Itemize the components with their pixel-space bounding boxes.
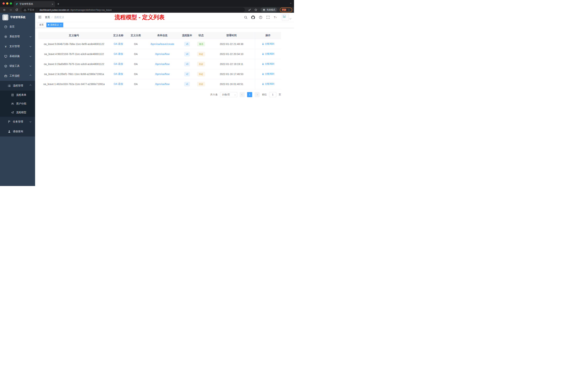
definition-name-link[interactable]: OA 请假 bbox=[114, 52, 123, 55]
sidebar-item-process-model[interactable]: 流程模型 bbox=[0, 108, 35, 117]
tab-close-icon[interactable]: × bbox=[52, 3, 53, 5]
page-annotation-title: 流程模型 - 定义列表 bbox=[115, 13, 165, 21]
assign-rule-button[interactable]: 分配规则 bbox=[262, 62, 274, 66]
sidebar-item-infrastructure[interactable]: 基础设施 bbox=[0, 51, 35, 61]
sidebar-item-home[interactable]: 首页 bbox=[0, 22, 35, 32]
help-icon[interactable] bbox=[259, 15, 262, 19]
bookmark-star-icon[interactable] bbox=[253, 8, 258, 12]
goto-unit-label: 页 bbox=[279, 93, 281, 96]
main-area: 首页 / 流程定义 流程模型 - 定义列表 TT bbox=[35, 13, 294, 186]
navbar-actions: TT bbox=[244, 14, 291, 21]
url-divider bbox=[37, 9, 37, 11]
sidebar-item-workflow[interactable]: 工作流程 bbox=[0, 71, 35, 81]
sidebar-item-label: 研发工具 bbox=[10, 65, 20, 68]
sidebar-item-dev-tools[interactable]: 研发工具 bbox=[0, 61, 35, 71]
assign-rule-button[interactable]: 分配规则 bbox=[262, 42, 274, 45]
version-badge[interactable]: v1 bbox=[184, 82, 190, 86]
assign-rule-button[interactable]: 分配规则 bbox=[262, 72, 274, 76]
security-label[interactable]: 不安全 bbox=[27, 8, 34, 11]
fullscreen-icon[interactable] bbox=[266, 15, 270, 19]
table-row: oa_leave:3:1fad3d93-7b75-11ec-a3c8-acde4… bbox=[38, 59, 281, 69]
version-badge[interactable]: v2 bbox=[184, 72, 190, 76]
password-key-icon[interactable] bbox=[247, 8, 252, 12]
forward-button[interactable] bbox=[8, 8, 13, 12]
sidebar-item-leave-query[interactable]: 请假查询 bbox=[0, 127, 35, 136]
column-header-process-version: 流程版本 bbox=[180, 32, 194, 39]
page-size-select[interactable]: 10条/页 bbox=[220, 92, 237, 97]
chevron-down-icon bbox=[30, 45, 32, 47]
page-size-value: 10条/页 bbox=[222, 93, 230, 96]
tag-close-icon[interactable]: × bbox=[60, 24, 62, 26]
person-icon bbox=[262, 53, 264, 55]
sidebar-item-label: 支付管理 bbox=[10, 45, 20, 48]
version-badge[interactable]: v5 bbox=[184, 42, 190, 46]
sidebar-item-system-management[interactable]: 系统管理 bbox=[0, 32, 35, 42]
tag-process-definition[interactable]: 流程定义 × bbox=[46, 22, 63, 27]
briefcase-icon bbox=[4, 75, 7, 77]
browser-update-button[interactable]: 更新 ⋮ bbox=[280, 8, 292, 12]
browser-menu-kebab-icon[interactable]: ⋮ bbox=[288, 9, 290, 11]
font-size-icon[interactable]: TT bbox=[274, 15, 277, 19]
definition-name-link[interactable]: OA 请假 bbox=[114, 62, 123, 65]
cell-category: OA bbox=[127, 59, 145, 69]
browser-tab-strip: 芋道管理系统 × + bbox=[0, 0, 294, 7]
form-info-link[interactable]: /bpm/oa/flow bbox=[155, 53, 169, 55]
sidebar-item-process-management[interactable]: 流程管理 bbox=[0, 81, 35, 91]
chevron-up-icon bbox=[30, 75, 32, 77]
page-number-button[interactable]: 1 bbox=[247, 92, 252, 97]
table-row: oa_leave:1:482ec033-762a-11ec-8477-a2380… bbox=[38, 79, 281, 89]
definition-name-link[interactable]: OA 请假 bbox=[114, 82, 123, 85]
user-menu[interactable] bbox=[282, 14, 291, 21]
next-page-button[interactable] bbox=[254, 92, 260, 97]
update-label: 更新 bbox=[282, 8, 286, 11]
address-bar[interactable]: 不安全 dashboard.yudao.iocoder.cn/bpm/manag… bbox=[21, 8, 245, 12]
hamburger-icon[interactable] bbox=[38, 15, 42, 19]
definition-name-link[interactable]: OA 请假 bbox=[114, 42, 123, 45]
sidebar-item-user-group[interactable]: 用户分组 bbox=[0, 99, 35, 108]
list-icon bbox=[8, 84, 11, 87]
sidebar-item-label: 工作流程 bbox=[10, 74, 20, 77]
assign-rule-button[interactable]: 分配规则 bbox=[262, 52, 274, 55]
form-info-link[interactable]: /bpm/oa/flow bbox=[155, 63, 169, 66]
reload-button[interactable] bbox=[14, 8, 19, 12]
zoom-window-button[interactable] bbox=[10, 2, 12, 5]
sidebar-item-task-management[interactable]: 任务管理 bbox=[0, 117, 35, 127]
assign-rule-button[interactable]: 分配规则 bbox=[262, 82, 274, 86]
cell-category: OA bbox=[127, 79, 145, 89]
github-icon[interactable] bbox=[251, 15, 255, 19]
status-badge: 挂起 bbox=[197, 72, 205, 76]
avatar[interactable] bbox=[282, 14, 289, 21]
security-warning-icon[interactable] bbox=[24, 9, 26, 11]
form-info-link[interactable]: /bpm/oa/leave/create bbox=[151, 43, 174, 45]
page-goto-input[interactable] bbox=[269, 92, 276, 97]
tag-home[interactable]: 首页 bbox=[38, 22, 45, 27]
table-row: oa_leave:5:004b710b-7b8a-11ec-8ef0-acde4… bbox=[38, 39, 281, 49]
cell-definition-id: oa_leave:2:3c1f0ef1-76b1-11ec-9c66-a2380… bbox=[38, 69, 110, 79]
incognito-badge: 无痕模式 bbox=[261, 8, 277, 12]
tab-title: 芋道管理系统 bbox=[20, 2, 50, 6]
definition-name-link[interactable]: OA 请假 bbox=[114, 72, 123, 75]
chevron-up-icon bbox=[30, 85, 32, 87]
sidebar-item-label: 请假查询 bbox=[13, 130, 23, 133]
sidebar-item-payment-management[interactable]: ¥ 支付管理 bbox=[0, 42, 35, 51]
column-header-definition-name: 定义名称 bbox=[110, 32, 127, 39]
column-header-deploy-time: 部署时间 bbox=[208, 32, 255, 39]
status-badge: 挂起 bbox=[197, 82, 205, 86]
tab-search-caret-icon[interactable] bbox=[290, 2, 292, 4]
minimize-window-button[interactable] bbox=[6, 2, 8, 5]
prev-page-button[interactable] bbox=[240, 92, 245, 97]
form-info-link[interactable]: /bpm/oa/flow bbox=[155, 73, 169, 76]
back-button[interactable] bbox=[2, 8, 7, 12]
sidebar-item-process-form[interactable]: 流程表单 bbox=[0, 91, 35, 99]
close-window-button[interactable] bbox=[2, 2, 5, 5]
browser-tab[interactable]: 芋道管理系统 × bbox=[14, 1, 55, 7]
version-badge[interactable]: v4 bbox=[184, 52, 190, 56]
breadcrumb-home[interactable]: 首页 bbox=[45, 16, 50, 19]
sidebar-menu: 首页 系统管理 ¥ 支付管理 基础设施 bbox=[0, 22, 35, 136]
version-badge[interactable]: v3 bbox=[184, 62, 190, 66]
search-icon[interactable] bbox=[244, 15, 247, 19]
sidebar-logo[interactable]: 芋道管理系统 bbox=[0, 13, 35, 22]
new-tab-button[interactable]: + bbox=[57, 2, 59, 6]
chevron-down-icon bbox=[30, 65, 32, 67]
form-info-link[interactable]: /bpm/oa/flow bbox=[155, 83, 169, 86]
